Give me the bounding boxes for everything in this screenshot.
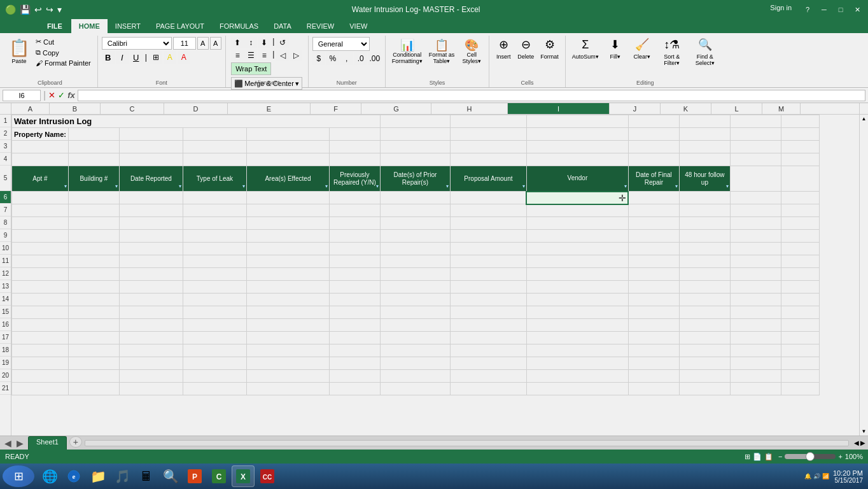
format-painter-button[interactable]: 🖌 Format Painter	[33, 59, 94, 67]
col-header-M[interactable]: M	[762, 103, 801, 114]
sign-in-label[interactable]: Sign in	[770, 4, 792, 15]
row-num-13[interactable]: 13	[0, 280, 11, 293]
cell-M1[interactable]	[781, 115, 819, 128]
align-right-button[interactable]: ≡	[258, 50, 270, 61]
cell-L3[interactable]	[730, 141, 781, 153]
cell-I5-header[interactable]: Vendor▾	[526, 166, 628, 192]
indent-decrease-button[interactable]: ◁	[276, 50, 289, 61]
row-num-12[interactable]: 12	[0, 267, 11, 280]
cell-A4[interactable]	[12, 153, 69, 166]
paste-button[interactable]: 📋 Paste	[6, 37, 32, 66]
insert-function-button[interactable]: fx	[67, 90, 75, 100]
cell-F2[interactable]	[329, 128, 380, 141]
row-num-21[interactable]: 21	[0, 382, 11, 395]
system-tray[interactable]: 🔔 🔊 📶	[804, 473, 829, 479]
zoom-slider[interactable]	[785, 454, 836, 459]
cell-F5-header[interactable]: Previously Repaired (Y/N)▾	[329, 166, 380, 192]
cell-name-box[interactable]	[3, 90, 41, 101]
row-num-16[interactable]: 16	[0, 318, 11, 331]
clock[interactable]: 10:20 PM 5/15/2017	[833, 469, 863, 484]
cell-C4[interactable]	[119, 153, 183, 166]
row-num-9[interactable]: 9	[0, 229, 11, 242]
col-header-L[interactable]: L	[711, 103, 762, 114]
cell-I4[interactable]	[526, 153, 628, 166]
cell-D4[interactable]	[183, 153, 246, 166]
taskbar-calculator[interactable]: 🖩	[135, 465, 158, 487]
cell-B6[interactable]	[68, 192, 119, 204]
cell-M3[interactable]	[781, 141, 819, 153]
cell-M2[interactable]	[781, 128, 819, 141]
bold-button[interactable]: B	[102, 51, 115, 64]
font-size-input[interactable]	[173, 37, 196, 50]
vertical-scrollbar[interactable]: ▲ ▼	[859, 115, 868, 436]
cell-A3[interactable]	[12, 141, 69, 153]
cell-A2[interactable]: Property Name:	[12, 128, 69, 141]
col-header-J[interactable]: J	[610, 103, 661, 114]
col-header-I[interactable]: I	[508, 103, 610, 114]
taskbar-ie[interactable]: e	[62, 465, 85, 487]
cell-J2[interactable]	[628, 128, 679, 141]
comma-button[interactable]: ,	[340, 52, 353, 65]
cell-C2[interactable]	[119, 128, 183, 141]
row-num-15[interactable]: 15	[0, 306, 11, 318]
cell-K6[interactable]	[679, 192, 730, 204]
tab-page-layout[interactable]: PAGE LAYOUT	[148, 19, 212, 33]
row-num-4[interactable]: 4	[0, 153, 11, 166]
cell-B5-header[interactable]: Building #▾	[68, 166, 119, 192]
confirm-formula-button[interactable]: ✓	[58, 90, 65, 100]
close-btn[interactable]: ✕	[851, 4, 863, 15]
zoom-out-button[interactable]: −	[778, 453, 782, 460]
cell-D5-header[interactable]: Type of Leak▾	[183, 166, 246, 192]
tab-data[interactable]: DATA	[266, 19, 299, 33]
row-num-6[interactable]: 6	[0, 191, 11, 204]
tab-home[interactable]: HOME	[71, 19, 108, 33]
cell-styles-button[interactable]: 🎨 CellStyles▾	[458, 37, 485, 66]
cell-L5[interactable]	[730, 166, 781, 192]
cell-K1[interactable]	[679, 115, 730, 128]
cell-F4[interactable]	[329, 153, 380, 166]
col-header-H[interactable]: H	[431, 103, 508, 114]
cell-D6[interactable]	[183, 192, 246, 204]
cell-A5-header[interactable]: Apt #▾	[12, 166, 69, 192]
page-layout-view-button[interactable]: 📄	[753, 453, 762, 461]
cell-G1[interactable]	[380, 115, 450, 128]
wrap-text-button[interactable]: Wrap Text	[231, 62, 271, 75]
conditional-formatting-button[interactable]: 📊 ConditionalFormatting▾	[389, 37, 425, 66]
row-num-20[interactable]: 20	[0, 369, 11, 382]
font-size-decrease-button[interactable]: A	[210, 37, 221, 50]
currency-button[interactable]: $	[312, 52, 325, 65]
add-sheet-button[interactable]: +	[69, 436, 82, 448]
cell-G5-header[interactable]: Date(s) of Prior Repair(s)▾	[380, 166, 450, 192]
cell-H6[interactable]	[450, 192, 526, 204]
font-family-select[interactable]: Calibri	[102, 37, 172, 50]
cut-button[interactable]: ✂ Cut	[33, 37, 94, 46]
cell-A7[interactable]	[12, 204, 69, 217]
cell-I6-selected[interactable]: ✛	[526, 192, 628, 204]
number-format-select[interactable]: General	[312, 37, 370, 51]
cell-D2[interactable]	[183, 128, 246, 141]
row-num-17[interactable]: 17	[0, 331, 11, 344]
row-num-10[interactable]: 10	[0, 242, 11, 255]
cell-C3[interactable]	[119, 141, 183, 153]
tab-view[interactable]: VIEW	[342, 19, 375, 33]
insert-button[interactable]: ⊕ Insert	[493, 37, 514, 61]
taskbar-media-player[interactable]: 🎵	[111, 465, 134, 487]
format-button[interactable]: ⚙ Format	[538, 37, 561, 61]
taskbar-search[interactable]: 🔍	[159, 465, 182, 487]
cell-E3[interactable]	[246, 141, 329, 153]
cell-J5-header[interactable]: Date of Final Repair▾	[628, 166, 679, 192]
cell-K4[interactable]	[679, 153, 730, 166]
taskbar-chrome[interactable]: 🌐	[38, 465, 61, 487]
text-direction-button[interactable]: ↺	[276, 37, 289, 48]
clear-button[interactable]: 🧹 Clear▾	[629, 37, 655, 67]
cell-H3[interactable]	[450, 141, 526, 153]
cell-I1[interactable]	[526, 115, 628, 128]
row-num-11[interactable]: 11	[0, 255, 11, 267]
taskbar-file-explorer[interactable]: 📁	[87, 465, 109, 487]
cell-M5[interactable]	[781, 166, 819, 192]
fill-color-button[interactable]: A	[164, 51, 176, 64]
cell-F6[interactable]	[329, 192, 380, 204]
cell-L4[interactable]	[730, 153, 781, 166]
cell-J3[interactable]	[628, 141, 679, 153]
help-btn[interactable]: ?	[802, 4, 813, 15]
